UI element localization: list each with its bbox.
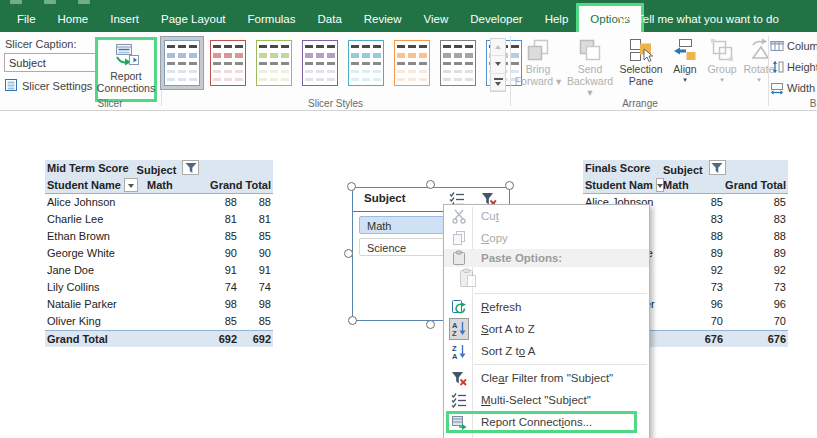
- button-label: Backward ▾: [566, 76, 614, 99]
- math-score-cell: 85: [147, 313, 239, 330]
- gallery-more-button[interactable]: [491, 74, 505, 91]
- selection-handle[interactable]: [348, 316, 357, 325]
- height-field[interactable]: Height: [770, 58, 817, 76]
- width-field[interactable]: Width: [770, 79, 817, 97]
- table-row: Oliver King8585: [45, 313, 273, 330]
- context-menu-item-cut: Cut: [444, 205, 649, 227]
- send-backward-icon: [577, 36, 603, 64]
- align-button[interactable]: Align▾: [666, 35, 704, 85]
- tab-page-layout[interactable]: Page Layout: [150, 6, 237, 32]
- tab-file[interactable]: File: [6, 6, 47, 32]
- slicer-settings-label: Slicer Settings: [22, 80, 92, 92]
- button-label: Bring: [526, 64, 551, 76]
- style-row: [443, 78, 473, 81]
- slicer-settings-button[interactable]: Slicer Settings: [4, 78, 92, 94]
- context-menu-item-multi-select[interactable]: Multi-Select "Subject": [444, 389, 649, 411]
- quick-access-toolbar[interactable]: [10, 0, 90, 4]
- pivot-title: Finals Score: [583, 160, 663, 177]
- field-label: Colum: [787, 40, 817, 52]
- style-row: [443, 70, 473, 73]
- filter-icon: [185, 162, 197, 174]
- svg-text:Z: Z: [452, 329, 457, 337]
- selection-handle[interactable]: [344, 249, 353, 258]
- grand-total-cell: 89: [774, 245, 786, 262]
- slicer-style-light-blue[interactable]: [160, 36, 204, 90]
- filter-button[interactable]: [182, 160, 199, 175]
- context-menu-item-refresh[interactable]: Refresh: [444, 296, 649, 318]
- style-row: [305, 70, 335, 73]
- tab-data[interactable]: Data: [307, 6, 353, 32]
- tab-help[interactable]: Help: [534, 6, 580, 32]
- tab-home[interactable]: Home: [47, 6, 100, 32]
- style-row: [397, 62, 427, 65]
- gallery-scroll-down-button[interactable]: [491, 56, 505, 73]
- context-menu-item-sort-a-to-z[interactable]: AZSort A to Z: [444, 318, 649, 340]
- filter-field-label: Subject: [663, 164, 703, 176]
- context-menu-item-report-connections[interactable]: Report Connections...: [444, 411, 649, 433]
- context-menu-item-clear-filter[interactable]: Clear Filter from "Subject": [444, 367, 649, 389]
- selection-handle[interactable]: [426, 320, 435, 329]
- slicer-style-green[interactable]: [252, 36, 296, 90]
- excel-window: FileHomeInsertPage LayoutFormulasDataRev…: [0, 0, 817, 438]
- style-row: [351, 53, 381, 58]
- student-name-cell: Alice Johnson: [45, 194, 147, 211]
- slicer-style-red[interactable]: [206, 36, 250, 90]
- tell-me-box[interactable]: Tell me what you want to do: [616, 6, 779, 32]
- style-row: [305, 62, 335, 65]
- field-label: Height: [787, 61, 817, 73]
- grand-total-cell: 83: [774, 211, 786, 228]
- selection-handle[interactable]: [505, 181, 514, 190]
- context-menu-item-remove[interactable]: Remove "Subject": [444, 433, 649, 438]
- grand-total-row: Grand Total692692: [45, 330, 273, 347]
- align-icon: [672, 36, 698, 64]
- report-connections-icon: [449, 414, 469, 430]
- style-row: [397, 70, 427, 73]
- context-menu-item-paste-options: Paste Options:: [444, 249, 649, 267]
- filter-button[interactable]: [709, 160, 726, 175]
- grand-total-cell: 90: [259, 245, 271, 262]
- slicer-style-dark-gray[interactable]: [436, 36, 480, 90]
- table-row: George White9090: [45, 245, 273, 262]
- report-connections-button[interactable]: Report Connections: [95, 37, 157, 102]
- slicer-style-cyan[interactable]: [344, 36, 388, 90]
- style-row: [351, 78, 381, 81]
- context-menu-item-sort-z-to-a[interactable]: ZASort Z to A: [444, 340, 649, 362]
- row-header-cell: Student Nam: [583, 177, 663, 193]
- tab-formulas[interactable]: Formulas: [237, 6, 307, 32]
- slicer-style-purple[interactable]: [298, 36, 342, 90]
- grand-total-header: Grand Total: [210, 177, 271, 194]
- style-row: [259, 45, 289, 48]
- lightbulb-icon: [616, 10, 631, 28]
- slicer-style-thumbnail: [164, 40, 200, 86]
- math-score-cell: 89: [663, 245, 725, 262]
- gallery-scroll-up-button[interactable]: [491, 39, 505, 56]
- tab-review[interactable]: Review: [353, 6, 413, 32]
- slicer-caption-label: Slicer Caption:: [5, 38, 77, 50]
- group-label-arrange: Arrange: [512, 98, 768, 109]
- chevron-down-icon: ▾: [757, 76, 761, 84]
- colum-field[interactable]: Colum: [770, 37, 817, 55]
- tell-me-label: Tell me what you want to do: [637, 13, 779, 25]
- button-label: Align: [673, 64, 696, 76]
- row-header-dropdown-button[interactable]: [124, 178, 138, 192]
- math-score-cell: 83: [663, 211, 725, 228]
- student-name-cell: Charlie Lee: [45, 211, 147, 228]
- pivot-filter-row: Mid Term ScoreSubject: [45, 160, 273, 177]
- dropdown-icon: [657, 184, 663, 191]
- clear-filter-icon: [449, 370, 469, 386]
- table-row: Ethan Brown8585: [45, 228, 273, 245]
- selection-pane-button[interactable]: SelectionPane: [616, 35, 666, 88]
- selection-handle[interactable]: [426, 180, 435, 189]
- slicer-caption-input[interactable]: [4, 53, 97, 72]
- tab-view[interactable]: View: [413, 6, 460, 32]
- tab-developer[interactable]: Developer: [459, 6, 533, 32]
- columns-icon: [770, 39, 784, 53]
- send-backward-button: SendBackward ▾: [564, 35, 616, 100]
- paste-large-icon: [458, 268, 478, 290]
- pivot-header-row: Student NamMathGrand Total: [583, 177, 788, 194]
- slicer-style-orange[interactable]: [390, 36, 434, 90]
- grand-total-cell: 98: [259, 296, 271, 313]
- tab-insert[interactable]: Insert: [99, 6, 150, 32]
- slicer-style-thumbnail: [394, 40, 430, 86]
- selection-handle[interactable]: [347, 182, 356, 191]
